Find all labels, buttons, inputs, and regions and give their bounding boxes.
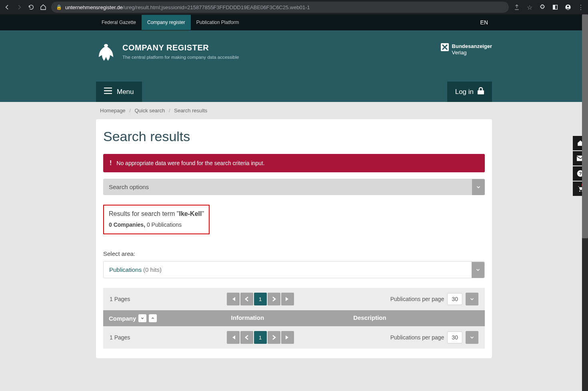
url-path: /ureg/result.html;jsessionid=215877855F3… (123, 4, 310, 10)
browser-toolbar: 🔒 unternehmensregister.de/ureg/result.ht… (0, 0, 588, 14)
breadcrumb: Homepage / Quick search / Search results (96, 102, 492, 119)
forward-button[interactable] (15, 3, 23, 11)
ppp-dropdown-toggle-bottom[interactable] (466, 331, 478, 344)
share-icon[interactable] (513, 3, 521, 11)
profile-icon[interactable] (564, 3, 572, 11)
lock-icon: 🔒 (56, 4, 62, 10)
address-bar[interactable]: 🔒 unternehmensregister.de/ureg/result.ht… (51, 2, 509, 13)
col-description: Description (353, 314, 479, 322)
language-selector[interactable]: EN (480, 19, 492, 26)
pager-last-bottom[interactable] (281, 331, 294, 344)
pager-next[interactable] (268, 293, 280, 305)
menu-icon[interactable]: ⋮ (577, 3, 585, 11)
reload-button[interactable] (27, 3, 35, 11)
pager-last[interactable] (281, 293, 294, 305)
url-domain: unternehmensregister.de (65, 4, 123, 10)
back-button[interactable] (3, 3, 11, 11)
pages-count-bottom: 1 Pages (110, 334, 130, 341)
eagle-logo-icon (96, 43, 116, 66)
site-header: COMPANY REGISTER The central platform fo… (0, 30, 588, 102)
star-icon[interactable]: ☆ (526, 3, 534, 11)
bv-line1: Bundesanzeiger (452, 43, 492, 50)
breadcrumb-current: Search results (174, 108, 207, 114)
col-information: Information (231, 314, 354, 322)
pager-next-bottom[interactable] (268, 331, 280, 344)
svg-point-9 (579, 191, 580, 192)
svg-point-3 (567, 6, 569, 8)
sort-down-button[interactable] (138, 314, 146, 322)
login-label: Log in (455, 88, 474, 96)
error-alert: ! No appropriate data were found for the… (103, 154, 485, 172)
select-area-label: Select area: (103, 250, 485, 257)
menu-label: Menu (117, 88, 134, 96)
menu-button[interactable]: Menu (96, 82, 142, 102)
page-heading: Search results (103, 129, 485, 144)
pager-prev[interactable] (240, 293, 253, 305)
scrollbar[interactable] (582, 14, 588, 374)
area-selector[interactable]: Publications (0 hits) (103, 261, 485, 278)
ppp-dropdown-toggle[interactable] (466, 293, 478, 305)
results-summary-highlight: Results for search term "Ike-Kell" 0 Com… (103, 205, 210, 234)
area-main: Publications (109, 266, 142, 273)
search-options-expander[interactable]: Search options (103, 179, 485, 195)
lock-icon (478, 87, 484, 96)
extensions-icon[interactable] (538, 3, 546, 11)
ppp-value-bottom[interactable]: 30 (447, 331, 462, 343)
pager-first-bottom[interactable] (227, 331, 240, 344)
results-table-header: Company Information Description (103, 310, 485, 326)
panel-icon[interactable] (551, 3, 559, 11)
tab-company-register[interactable]: Company register (142, 15, 191, 30)
svg-text:?: ? (579, 171, 582, 176)
bundesanzeiger-logo: BundesanzeigerVerlag (441, 43, 492, 56)
breadcrumb-quicksearch[interactable]: Quick search (134, 108, 165, 114)
alert-message: No appropriate data were found for the s… (116, 160, 264, 166)
bv-line2: Verlag (452, 50, 492, 56)
tab-federal-gazette[interactable]: Federal Gazette (96, 15, 142, 30)
home-button[interactable] (39, 3, 47, 11)
svg-rect-1 (553, 5, 555, 10)
site-subtitle: The central platform for making company … (122, 54, 239, 60)
bv-mark-icon (441, 43, 449, 53)
results-term-line: Results for search term "Ike-Kell" (109, 210, 204, 217)
ppp-label-bottom: Publications per page (390, 334, 444, 341)
chevron-down-icon (472, 179, 485, 195)
search-options-label: Search options (103, 179, 154, 195)
area-hits: (0 hits) (143, 266, 162, 273)
results-card: Search results ! No appropriate data wer… (96, 119, 492, 358)
pager-bar-bottom: 1 Pages 1 Publications per page 30 (103, 326, 485, 349)
breadcrumb-homepage[interactable]: Homepage (100, 108, 126, 114)
site-title: COMPANY REGISTER (122, 43, 239, 52)
hamburger-icon (104, 88, 112, 96)
alert-icon: ! (110, 160, 112, 167)
sort-up-button[interactable] (149, 314, 157, 322)
top-nav: Federal Gazette Company register Publica… (0, 14, 588, 30)
scrollbar-thumb[interactable] (582, 14, 588, 238)
pager-page-1[interactable]: 1 (254, 293, 267, 305)
login-button[interactable]: Log in (447, 82, 492, 102)
ppp-label: Publications per page (390, 296, 444, 302)
tab-publication-platform[interactable]: Publication Platform (191, 15, 245, 30)
pager-bar-top: 1 Pages 1 Publications per page 30 (103, 288, 485, 310)
chevron-down-icon (472, 262, 484, 278)
pages-count: 1 Pages (110, 296, 130, 302)
col-company: Company (109, 315, 136, 322)
pager-first[interactable] (227, 293, 240, 305)
pager-page-1-bottom[interactable]: 1 (254, 331, 267, 344)
pager-prev-bottom[interactable] (240, 331, 253, 344)
svg-rect-5 (478, 90, 484, 94)
ppp-value[interactable]: 30 (447, 293, 462, 305)
results-counts: 0 Companies, 0 Publications (109, 221, 204, 228)
